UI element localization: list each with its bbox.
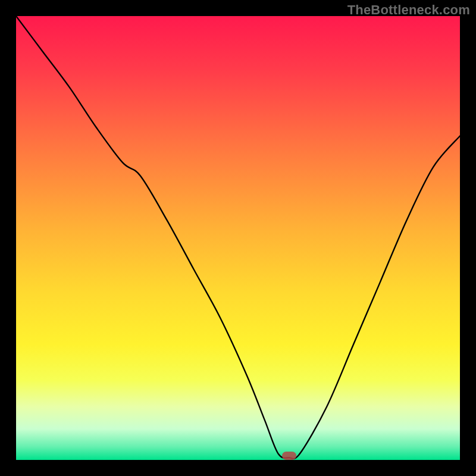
curve-path: [16, 16, 460, 459]
optimal-marker: [282, 452, 296, 460]
watermark-text: TheBottleneck.com: [347, 2, 470, 18]
bottleneck-curve: [16, 16, 460, 460]
chart-frame: TheBottleneck.com: [0, 0, 476, 476]
plot-area: [16, 16, 460, 460]
